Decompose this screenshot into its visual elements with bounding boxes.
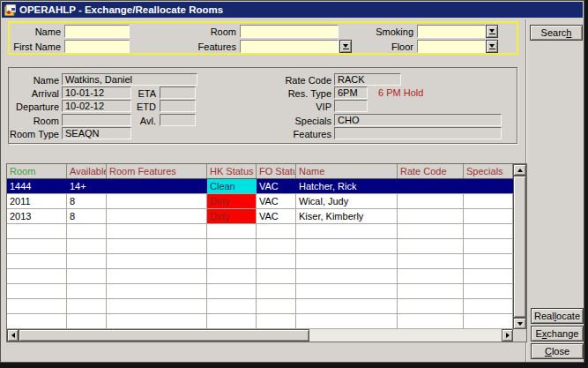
cell-hk-status[interactable]: Dirty [207, 209, 257, 223]
cell-hk-status [207, 254, 257, 268]
cell-room-features[interactable] [107, 209, 207, 223]
cell-rate-code[interactable] [398, 209, 464, 223]
column-header-room-features[interactable]: Room Features [107, 164, 207, 178]
guest-eta-label: ETA [115, 87, 156, 99]
horizontal-scrollbar[interactable] [7, 329, 513, 342]
cell-specials[interactable] [464, 179, 513, 193]
search-name-label: Name [8, 26, 61, 37]
search-features-input[interactable] [240, 40, 339, 53]
res-type-note: 6 PM Hold [378, 87, 423, 98]
cell-available[interactable]: 8 [67, 209, 107, 223]
cell-available[interactable]: 8 [67, 194, 107, 208]
cell-room [7, 239, 67, 253]
cell-available[interactable]: 14+ [67, 179, 107, 193]
cell-specials [464, 224, 513, 238]
guest-departure-label: Departure [6, 101, 59, 112]
cell-hk-status[interactable]: Dirty [207, 194, 257, 208]
exchange-button[interactable]: Exchange [531, 326, 584, 342]
cell-name [296, 299, 398, 313]
cell-hk-status[interactable]: Clean [207, 179, 257, 193]
vertical-scrollbar[interactable] [513, 164, 526, 329]
cell-name [296, 269, 398, 283]
search-room-input[interactable] [240, 25, 339, 38]
smoking-dropdown-button[interactable] [486, 25, 498, 38]
cell-room-features [107, 284, 207, 298]
column-header-rate-code[interactable]: Rate Code [398, 164, 464, 178]
guest-specials-field: CHO [334, 114, 502, 126]
guest-avl-field [160, 114, 196, 126]
cell-specials[interactable] [464, 209, 513, 223]
scroll-down-button[interactable] [513, 318, 526, 329]
column-header-fo-status[interactable]: FO Status [257, 164, 296, 178]
cell-fo-status [257, 254, 296, 268]
cell-room-features [107, 314, 207, 328]
table-row [7, 299, 513, 314]
cell-rate-code[interactable] [398, 179, 464, 193]
chevron-down-icon [489, 29, 495, 33]
arrow-down-icon [517, 322, 523, 326]
cell-specials[interactable] [464, 194, 513, 208]
guest-avl-label: Avl. [115, 115, 156, 126]
guest-etd-label: ETD [115, 101, 156, 112]
cell-fo-status[interactable]: VAC [257, 179, 296, 193]
cell-room[interactable]: 2013 [7, 209, 67, 223]
title-bar[interactable]: OPERAHLP - Exchange/Reallocate Rooms [2, 2, 583, 18]
cell-available [67, 224, 107, 238]
search-floor-input[interactable] [417, 40, 486, 53]
cell-rate-code[interactable] [398, 194, 464, 208]
cell-room[interactable]: 2011 [7, 194, 67, 208]
scroll-up-button[interactable] [513, 164, 526, 176]
cell-fo-status[interactable]: VAC [257, 194, 296, 208]
cell-specials [464, 314, 513, 328]
cell-rate-code [398, 314, 464, 328]
table-row [7, 239, 513, 254]
cell-room-features [107, 254, 207, 268]
arrow-up-icon [517, 169, 523, 172]
column-header-hk-status[interactable]: HK Status [207, 164, 257, 178]
search-room-label: Room [177, 26, 236, 37]
table-row[interactable]: 20118DirtyVACWical, Judy [7, 194, 513, 209]
floor-dropdown-button[interactable] [486, 40, 498, 53]
column-header-specials[interactable]: Specials [464, 164, 513, 178]
rooms-table: RoomAvailableRoom FeaturesHK StatusFO St… [6, 163, 527, 342]
table-row[interactable]: 144414+CleanVACHatcher, Rick [7, 179, 513, 194]
cell-specials [464, 269, 513, 283]
search-button[interactable]: Search [530, 25, 583, 41]
search-smoking-input[interactable] [417, 25, 486, 38]
horizontal-scroll-thumb[interactable] [19, 329, 309, 342]
cell-fo-status [257, 284, 296, 298]
guest-name-field: Watkins, Daniel [62, 73, 197, 86]
cell-hk-status [207, 314, 257, 328]
column-header-name[interactable]: Name [296, 164, 398, 178]
cell-name[interactable]: Hatcher, Rick [296, 179, 398, 193]
cell-name[interactable]: Wical, Judy [296, 194, 398, 208]
cell-available [67, 299, 107, 313]
cell-available [67, 314, 107, 328]
guest-etd-field [160, 100, 196, 112]
guest-vip-field [334, 100, 368, 112]
cell-name[interactable]: Kiser, Kimberly [296, 209, 398, 223]
reallocate-button[interactable]: Reallocate [531, 308, 584, 324]
search-first-name-label: First Name [8, 41, 61, 52]
cell-room-features[interactable] [107, 179, 207, 193]
column-header-room[interactable]: Room [7, 164, 67, 178]
table-row[interactable]: 20138DirtyVACKiser, Kimberly [7, 209, 513, 224]
guest-name-label: Name [6, 74, 59, 86]
search-first-name-input[interactable] [64, 40, 130, 53]
cell-room[interactable]: 1444 [7, 179, 67, 193]
cell-room-features [107, 269, 207, 283]
vertical-scroll-thumb[interactable] [513, 176, 526, 318]
cell-room-features [107, 224, 207, 238]
guest-arrival-label: Arrival [6, 87, 59, 99]
close-button[interactable]: Close [531, 343, 584, 359]
cell-fo-status [257, 299, 296, 313]
scroll-right-button[interactable] [502, 329, 513, 342]
cell-fo-status[interactable]: VAC [257, 209, 296, 223]
guest-res-type-field: 6PM [334, 86, 368, 99]
cell-hk-status [207, 284, 257, 298]
cell-room-features[interactable] [107, 194, 207, 208]
search-name-input[interactable] [64, 25, 130, 38]
cell-rate-code [398, 239, 464, 253]
column-header-available[interactable]: Available [67, 164, 107, 178]
scroll-left-button[interactable] [7, 329, 19, 342]
